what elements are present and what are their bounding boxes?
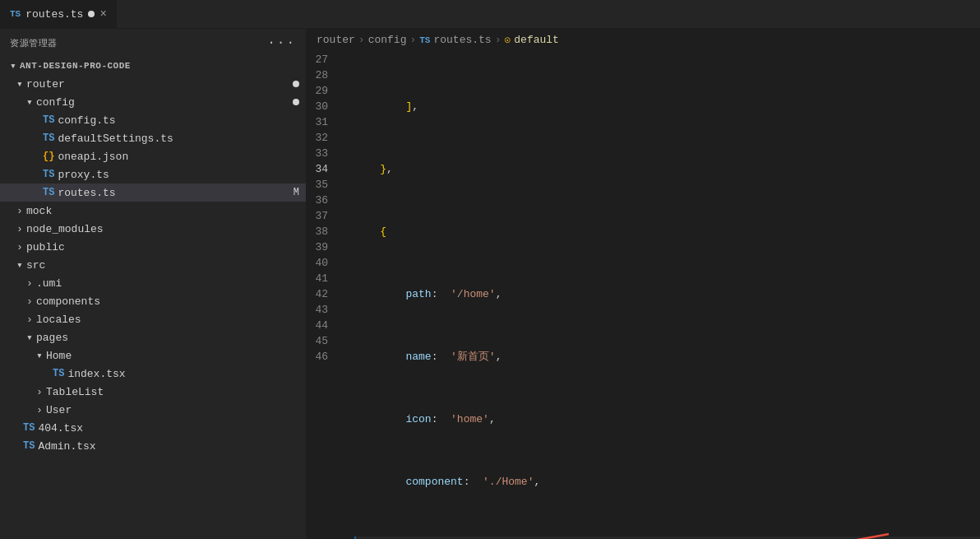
sidebar-item-defaultsettings[interactable]: TS defaultSettings.ts bbox=[0, 129, 306, 147]
ln-35: 35 bbox=[307, 177, 338, 193]
ts-icon: TS bbox=[43, 169, 54, 180]
sidebar-item-config-ts[interactable]: TS config.ts bbox=[0, 111, 306, 129]
chevron-down-icon: ▾ bbox=[13, 258, 26, 272]
tree-root[interactable]: ▾ ANT-DESIGN-PRO-CODE bbox=[0, 57, 306, 75]
sidebar-item-locales[interactable]: › locales bbox=[0, 310, 306, 328]
modified-dot-router bbox=[293, 81, 299, 87]
routes-ts-tab[interactable]: TS routes.ts × bbox=[0, 0, 118, 28]
json-icon: {} bbox=[43, 151, 54, 162]
chevron-right-icon: › bbox=[13, 241, 26, 253]
ts-icon: TS bbox=[43, 187, 54, 198]
code-line-32: icon: 'home', bbox=[354, 411, 980, 427]
ln-40: 40 bbox=[307, 255, 338, 271]
oneapi-label: oneapi.json bbox=[58, 151, 306, 163]
code-line-27: ], bbox=[354, 99, 980, 114]
chevron-right-icon: › bbox=[13, 223, 26, 235]
editor-content[interactable]: 27 28 29 30 31 32 33 34 35 36 37 38 39 4… bbox=[307, 52, 980, 539]
line-numbers: 27 28 29 30 31 32 33 34 35 36 37 38 39 4… bbox=[307, 52, 348, 539]
umi-label: .umi bbox=[36, 277, 306, 290]
ln-43: 43 bbox=[307, 302, 338, 318]
code-line-30: path: '/home', bbox=[354, 286, 980, 302]
ln-46: 46 bbox=[307, 349, 338, 365]
sep2: › bbox=[409, 34, 416, 46]
ts-icon: TS bbox=[53, 368, 64, 379]
sidebar-item-pages[interactable]: ▾ pages bbox=[0, 328, 306, 346]
chevron-down-icon: ▾ bbox=[23, 95, 36, 109]
ln-30: 30 bbox=[307, 99, 338, 114]
ln-41: 41 bbox=[307, 271, 338, 286]
chevron-right-icon: › bbox=[23, 314, 36, 326]
mock-label: mock bbox=[26, 205, 306, 217]
ln-27: 27 bbox=[307, 52, 338, 67]
locales-label: locales bbox=[36, 314, 306, 326]
chevron-right-icon: › bbox=[23, 277, 36, 290]
ln-44: 44 bbox=[307, 318, 338, 333]
bc-symbol-icon: ⊙ bbox=[504, 34, 511, 47]
ln-29: 29 bbox=[307, 83, 338, 99]
ts-icon: TS bbox=[23, 422, 35, 434]
sidebar-item-home-folder[interactable]: ▾ Home bbox=[0, 346, 306, 365]
sidebar-item-admin[interactable]: TS Admin.tsx bbox=[0, 437, 306, 455]
404-label: 404.tsx bbox=[38, 422, 306, 434]
src-label: src bbox=[26, 259, 306, 272]
ln-33: 33 bbox=[307, 146, 338, 161]
config-label: config bbox=[36, 96, 293, 109]
ln-28: 28 bbox=[307, 67, 338, 83]
sidebar-menu-icon[interactable]: ··· bbox=[267, 35, 296, 50]
arrow-annotation bbox=[749, 530, 913, 539]
ts-icon: TS bbox=[43, 114, 54, 126]
sidebar-item-router[interactable]: ▾ router bbox=[0, 75, 306, 93]
code-line-33: component: './Home', bbox=[354, 474, 980, 490]
sidebar-item-indextsx[interactable]: TS index.tsx bbox=[0, 365, 306, 383]
bc-router: router bbox=[317, 34, 355, 46]
sidebar-item-404[interactable]: TS 404.tsx bbox=[0, 419, 306, 437]
sidebar-item-user[interactable]: › User bbox=[0, 401, 306, 419]
code-area[interactable]: ], }, { path: '/home', name bbox=[348, 52, 980, 539]
ln-36: 36 bbox=[307, 193, 338, 208]
ln-37: 37 bbox=[307, 208, 338, 224]
editor-panel: router › config › TS routes.ts › ⊙ defau… bbox=[307, 29, 980, 539]
sidebar-item-nodemodules[interactable]: › node_modules bbox=[0, 220, 306, 238]
root-label: ANT-DESIGN-PRO-CODE bbox=[20, 61, 306, 71]
sidebar-item-proxy[interactable]: TS proxy.ts bbox=[0, 165, 306, 184]
sep3: › bbox=[495, 34, 502, 46]
modified-dot-config bbox=[293, 99, 299, 105]
sep1: › bbox=[358, 34, 365, 46]
code-line-28: }, bbox=[354, 161, 980, 177]
sidebar: 资源管理器 ··· ▾ ANT-DESIGN-PRO-CODE ▾ router… bbox=[0, 29, 307, 539]
sidebar-item-routes[interactable]: TS routes.ts M bbox=[0, 184, 306, 202]
home-folder-label: Home bbox=[46, 350, 306, 362]
proxy-label: proxy.ts bbox=[58, 169, 306, 181]
components-label: components bbox=[36, 295, 306, 308]
router-label: router bbox=[26, 78, 293, 91]
bc-ts-badge: TS bbox=[419, 35, 430, 45]
sidebar-item-src[interactable]: ▾ src bbox=[0, 256, 306, 274]
pages-label: pages bbox=[36, 332, 306, 344]
chevron-right-icon: › bbox=[13, 205, 26, 217]
sidebar-item-config[interactable]: ▾ config bbox=[0, 93, 306, 111]
sidebar-item-umi[interactable]: › .umi bbox=[0, 274, 306, 292]
breadcrumb: router › config › TS routes.ts › ⊙ defau… bbox=[307, 29, 980, 52]
code-line-31: name: '新首页', bbox=[354, 349, 980, 365]
sidebar-item-tablelist[interactable]: › TableList bbox=[0, 383, 306, 401]
chevron-down-icon: ▾ bbox=[7, 59, 20, 72]
chevron-right-icon: › bbox=[33, 386, 46, 398]
admin-label: Admin.tsx bbox=[38, 440, 306, 453]
ts-icon: TS bbox=[23, 440, 35, 452]
ln-38: 38 bbox=[307, 224, 338, 239]
ln-34: 34 bbox=[307, 161, 338, 177]
sidebar-item-components[interactable]: › components bbox=[0, 292, 306, 310]
sidebar-item-oneapi[interactable]: {} oneapi.json bbox=[0, 147, 306, 165]
tab-bar: TS routes.ts × bbox=[0, 0, 980, 29]
chevron-down-icon: ▾ bbox=[13, 77, 26, 91]
sidebar-title: 资源管理器 bbox=[10, 37, 58, 49]
ts-icon: TS bbox=[43, 132, 54, 144]
main-area: 资源管理器 ··· ▾ ANT-DESIGN-PRO-CODE ▾ router… bbox=[0, 29, 980, 539]
indextsx-label: index.tsx bbox=[67, 368, 306, 380]
close-tab-icon[interactable]: × bbox=[99, 7, 106, 21]
ln-39: 39 bbox=[307, 239, 338, 255]
user-label: User bbox=[46, 404, 306, 416]
sidebar-item-mock[interactable]: › mock bbox=[0, 202, 306, 220]
sidebar-item-public[interactable]: › public bbox=[0, 238, 306, 256]
chevron-right-icon: › bbox=[33, 404, 46, 416]
